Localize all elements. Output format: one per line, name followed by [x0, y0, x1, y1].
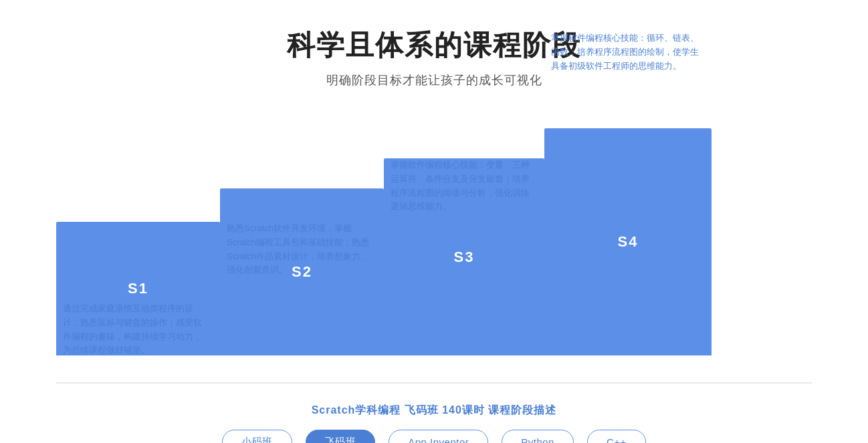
main-title: 科学且体系的课程阶段	[40, 27, 828, 64]
step-s1-label: S1	[128, 280, 148, 297]
tab-btn-cpp[interactable]: C++	[587, 430, 646, 443]
step-s1: 通过完成家庭亲情互动类程序的设计，熟悉鼠标与键盘的操作；感受软件编程的趣味，构建…	[56, 222, 220, 355]
step-s3-desc: 掌握软件编程核心技能：变量、三种运算符、条件分支及分支嵌套；培养程序流程图的阅读…	[391, 158, 538, 214]
tab-buttons: 小码班飞码班App InventorPythonC++	[40, 430, 828, 443]
step-s1-desc: 通过完成家庭亲情互动类程序的设计，熟悉鼠标与键盘的操作；感受软件编程的趣味，构建…	[63, 302, 207, 357]
step-s2-desc: 熟悉Scratch软件开发环境，掌握Scratch编程工具包和基础技能；熟悉Sc…	[227, 222, 377, 277]
title-section: 科学且体系的课程阶段 明确阶段目标才能让孩子的成长可视化	[40, 27, 828, 88]
chart-baseline	[56, 382, 812, 384]
tab-label: Scratch学科编程 飞码班 140课时 课程阶段描述	[40, 404, 828, 418]
page-wrapper: 科学且体系的课程阶段 明确阶段目标才能让孩子的成长可视化 通过完成家庭亲情互动类…	[0, 0, 868, 443]
sub-title: 明确阶段目标才能让孩子的成长可视化	[40, 72, 828, 88]
tab-btn-feima[interactable]: 飞码班	[306, 430, 376, 443]
step-s4: 掌握软件编程核心技能：循环、链表、函数；培养程序流程图的绘制，使学生具备初级软件…	[544, 128, 712, 355]
tab-btn-appinventor[interactable]: App Inventor	[389, 430, 488, 443]
step-s3: 掌握软件编程核心技能：变量、三种运算符、条件分支及分支嵌套；培养程序流程图的阅读…	[384, 158, 544, 355]
step-s4-desc: 掌握软件编程核心技能：循环、链表、函数；培养程序流程图的绘制，使学生具备初级软件…	[551, 31, 705, 73]
staircase-chart: 通过完成家庭亲情互动类程序的设计，熟悉鼠标与键盘的操作；感受软件编程的趣味，构建…	[56, 115, 812, 355]
tab-section: Scratch学科编程 飞码班 140课时 课程阶段描述 小码班飞码班App I…	[40, 404, 828, 443]
tab-btn-xiaoma[interactable]: 小码班	[222, 430, 292, 443]
tab-btn-python[interactable]: Python	[502, 430, 574, 443]
step-s2: 熟悉Scratch软件开发环境，掌握Scratch编程工具包和基础技能；熟悉Sc…	[220, 188, 384, 355]
step-s4-bar: S4	[544, 128, 712, 355]
step-s4-label: S4	[618, 233, 639, 251]
step-s3-label: S3	[454, 249, 475, 266]
